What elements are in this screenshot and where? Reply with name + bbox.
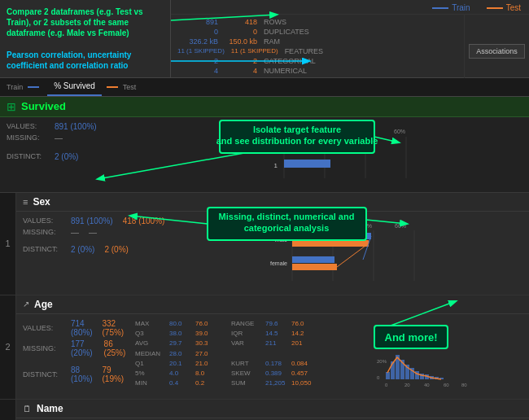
num-train: 4 bbox=[177, 67, 218, 75]
sex-missing-label: MISSING: bbox=[23, 228, 68, 236]
features-container: ⊞ Survived VALUES: 891 (100%) MISSING: — bbox=[0, 97, 529, 420]
q1-train: 20.1 bbox=[169, 359, 194, 368]
kurt-label: KURT bbox=[231, 359, 264, 368]
svg-text:40%: 40% bbox=[357, 129, 369, 134]
sex-values-row: VALUES: 891 (100%) 418 (100%) bbox=[23, 217, 186, 225]
ram-label: RAM bbox=[264, 37, 329, 46]
range-label: RANGE bbox=[231, 319, 264, 328]
legend-row: Train Test bbox=[171, 0, 529, 15]
age-basic-stats: VALUES: 714 (80%) 332 (75%) MISSING: 177… bbox=[23, 319, 129, 383]
test-legend-label: Test bbox=[506, 3, 521, 12]
survived-values-train: 891 (100%) bbox=[55, 122, 97, 131]
spacer-col4 bbox=[221, 349, 230, 358]
sex-body: VALUES: 891 (100%) 418 (100%) MISSING: —… bbox=[16, 212, 529, 295]
age-chart-area: 60% 40% 20% 0 0 20 40 60 80 bbox=[322, 319, 522, 394]
svg-line-26 bbox=[363, 236, 371, 260]
survived-values-row: VALUES: 891 (100%) bbox=[7, 122, 169, 131]
sex-section-row: 1 ≡ Sex VALUES: 891 (100%) 418 (100%) bbox=[0, 193, 529, 295]
p5-train: 4.0 bbox=[169, 369, 194, 378]
age-values-test: 332 (75%) bbox=[103, 319, 129, 337]
q3-label: Q3 bbox=[135, 329, 168, 338]
skew-test: 0.457 bbox=[291, 369, 316, 378]
rows-test: 418 bbox=[225, 18, 257, 26]
compare-description: Compare 2 dataframes (e.g. Test vs Train… bbox=[7, 7, 164, 38]
associations-button[interactable]: Associations bbox=[469, 44, 525, 59]
train-legend: Train bbox=[432, 3, 470, 12]
cat-label: CATEGORICAL bbox=[264, 57, 329, 65]
svg-rect-21 bbox=[292, 233, 371, 239]
p5-label: 5% bbox=[135, 369, 168, 378]
num-label: NUMERICAL bbox=[264, 67, 329, 75]
stats-row-features: 11 (1 SKIPPED) 11 (1 SKIPPED) FEATURES bbox=[177, 47, 457, 55]
tabs-row: Train % Survived Test bbox=[0, 78, 529, 97]
svg-text:40: 40 bbox=[424, 383, 430, 387]
train-legend-line bbox=[432, 7, 448, 9]
tabs-test-label: Test bbox=[123, 83, 137, 91]
sex-name: Sex bbox=[33, 196, 50, 208]
sex-icon: ≡ bbox=[23, 197, 28, 207]
sum-train: 21,205 bbox=[265, 378, 290, 387]
left-description: Compare 2 dataframes (e.g. Test vs Train… bbox=[0, 0, 171, 77]
rows-label: ROWS bbox=[264, 18, 329, 26]
range-test: 76.0 bbox=[291, 319, 316, 328]
max-train: 80.0 bbox=[169, 319, 194, 328]
svg-text:40%: 40% bbox=[377, 343, 387, 348]
dup-label: DUPLICATES bbox=[264, 28, 329, 36]
test-tab-indicator bbox=[107, 86, 118, 88]
survived-stats: VALUES: 891 (100%) MISSING: — DISTINCT: … bbox=[7, 122, 169, 187]
sum-test: 10,050 bbox=[291, 378, 316, 387]
distinct-label: DISTINCT: bbox=[7, 152, 51, 160]
pearson-description: Pearson correlation, uncertainty coeffic… bbox=[7, 50, 164, 71]
sex-distinct-test: 2 (0%) bbox=[104, 245, 128, 254]
dup-train: 0 bbox=[177, 28, 218, 36]
tab-survived-pct[interactable]: % Survived bbox=[47, 78, 102, 96]
sex-section-num: 1 bbox=[0, 193, 16, 295]
svg-rect-25 bbox=[292, 264, 337, 270]
svg-text:60: 60 bbox=[444, 383, 449, 387]
svg-text:20%: 20% bbox=[326, 223, 338, 229]
ram-train: 326.2 kB bbox=[177, 37, 218, 46]
var-test: 201 bbox=[291, 339, 316, 348]
p5-test: 8.0 bbox=[195, 369, 220, 378]
survived-chart-area: 0% 20% 40% 60% 0 1 bbox=[176, 122, 522, 187]
min-label: MIN bbox=[135, 378, 168, 387]
dup-test: 0 bbox=[225, 28, 257, 36]
top-info: Compare 2 dataframes (e.g. Test vs Train… bbox=[0, 0, 529, 78]
median-test: 27.0 bbox=[195, 349, 220, 358]
range-train: 79.6 bbox=[265, 319, 290, 328]
test-legend: Test bbox=[487, 3, 521, 12]
stats-row-dup: 0 0 DUPLICATES bbox=[177, 28, 457, 36]
survived-missing-row: MISSING: — bbox=[7, 133, 169, 142]
age-values-train: 714 (80%) bbox=[71, 319, 98, 337]
svg-text:20: 20 bbox=[404, 383, 410, 387]
skew-label: SKEW bbox=[231, 369, 264, 378]
name-section-content: 🗒 Name VALUES: 891 (100%) 418 (100%) MIS… bbox=[16, 400, 529, 420]
svg-rect-11 bbox=[284, 160, 330, 168]
tabs-train-label: Train bbox=[7, 83, 23, 91]
age-missing-label: MISSING: bbox=[23, 344, 68, 352]
survived-body: VALUES: 891 (100%) MISSING: — DISTINCT: … bbox=[0, 117, 529, 192]
svg-text:20%: 20% bbox=[321, 129, 332, 134]
avg-test: 30.3 bbox=[195, 339, 220, 348]
svg-text:60%: 60% bbox=[377, 326, 387, 331]
age-header: ↗ Age bbox=[16, 295, 529, 314]
svg-line-27 bbox=[337, 243, 369, 267]
sex-values-test: 418 (100%) bbox=[123, 217, 165, 225]
sex-missing-test: — bbox=[89, 228, 97, 237]
survived-name: Survived bbox=[21, 100, 66, 112]
q1-label: Q1 bbox=[135, 359, 168, 368]
sex-chart-area: 0% 20% 40% 60% male bbox=[192, 217, 522, 290]
svg-text:1: 1 bbox=[274, 162, 278, 169]
age-numeric-stats: MAX 80.0 76.0 RANGE 79.6 76.0 Q3 38.0 39… bbox=[135, 319, 316, 387]
main-container: Compare 2 dataframes (e.g. Test vs Train… bbox=[0, 0, 529, 420]
name-feature-name: Name bbox=[37, 403, 63, 414]
stats-row-cat: 2 2 CATEGORICAL bbox=[177, 57, 457, 65]
avg-label: AVG bbox=[135, 339, 168, 348]
sex-distinct-label: DISTINCT: bbox=[23, 245, 68, 253]
svg-text:male: male bbox=[275, 237, 287, 243]
sex-missing-train: — bbox=[71, 228, 79, 237]
test-legend-line bbox=[487, 7, 503, 9]
svg-text:0: 0 bbox=[274, 142, 278, 150]
age-distinct-train: 88 (10%) bbox=[71, 365, 98, 383]
min-train: 0.4 bbox=[169, 378, 194, 387]
